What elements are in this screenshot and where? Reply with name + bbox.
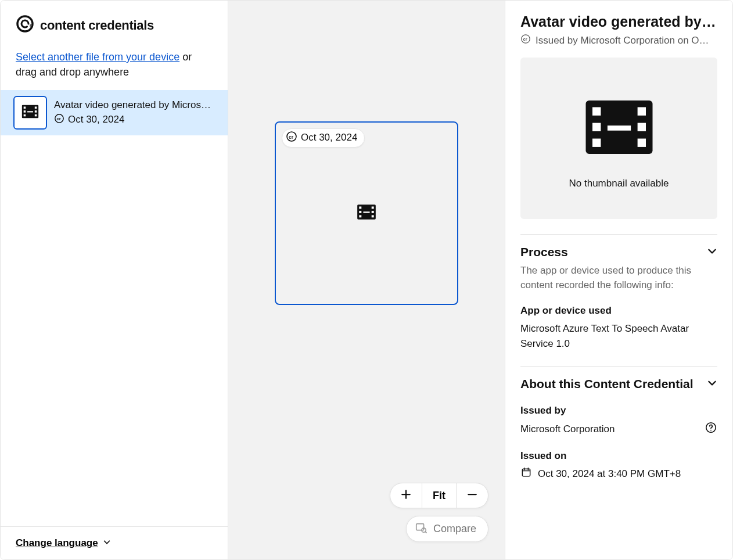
film-icon (20, 102, 40, 124)
zoom-controls: Fit (390, 483, 488, 508)
svg-rect-27 (592, 107, 601, 116)
brand-label: content credentials (40, 18, 154, 33)
issued-on-label: Issued on (520, 450, 717, 462)
svg-text:cr: cr (289, 134, 294, 139)
svg-rect-20 (372, 215, 374, 217)
issuer-line: cr Issued by Microsoft Corporation on O… (520, 34, 717, 47)
issued-by-row: Microsoft Corporation (520, 421, 717, 436)
issuer-text: Issued by Microsoft Corporation on O… (536, 35, 709, 46)
divider (520, 366, 717, 367)
calendar-icon (520, 466, 532, 481)
issued-by-value: Microsoft Corporation (520, 422, 615, 437)
chevron-down-icon (707, 378, 717, 390)
about-section-header[interactable]: About this Content Credential (520, 377, 717, 391)
plus-icon (401, 489, 411, 502)
chevron-down-icon (103, 537, 111, 549)
file-title: Avatar video generated by Micros… (54, 99, 211, 111)
issued-on-value: Oct 30, 2024 at 3:40 PM GMT+8 (538, 468, 681, 480)
svg-point-35 (710, 430, 712, 431)
chevron-down-icon (707, 246, 717, 259)
compare-icon (415, 521, 427, 537)
details-title: Avatar video generated by Micr… (520, 13, 717, 30)
zoom-fit-button[interactable]: Fit (422, 483, 456, 508)
compare-button[interactable]: Compare (406, 516, 488, 542)
issued-on-row: Oct 30, 2024 at 3:40 PM GMT+8 (520, 466, 717, 481)
svg-rect-7 (35, 110, 37, 113)
film-icon (579, 87, 659, 170)
divider (520, 234, 717, 235)
file-meta: Avatar video generated by Micros… cr Oct… (54, 99, 211, 127)
svg-rect-21 (363, 211, 369, 213)
svg-rect-22 (416, 524, 424, 530)
svg-rect-5 (24, 114, 26, 117)
help-icon[interactable] (705, 421, 717, 436)
brand: r content credentials (16, 15, 213, 37)
canvas-content[interactable]: cr Oct 30, 2024 (275, 121, 458, 305)
svg-rect-6 (35, 107, 37, 109)
svg-rect-36 (522, 469, 530, 476)
zoom-in-button[interactable] (390, 483, 422, 508)
svg-rect-9 (27, 111, 33, 112)
svg-text:cr: cr (523, 37, 527, 42)
svg-rect-33 (607, 125, 630, 131)
svg-rect-19 (372, 210, 374, 213)
svg-text:cr: cr (57, 116, 61, 121)
cr-badge-icon: cr (54, 113, 64, 127)
sidebar-header: r content credentials Select another fil… (1, 1, 228, 90)
thumbnail-box: No thumbnail available (520, 58, 717, 219)
zoom-fit-label: Fit (433, 490, 445, 502)
svg-rect-8 (35, 114, 37, 117)
change-language-button[interactable]: Change language (16, 537, 111, 549)
minus-icon (467, 489, 477, 502)
svg-rect-18 (372, 206, 374, 209)
process-section-header[interactable]: Process (520, 245, 717, 259)
process-header: Process (520, 245, 568, 259)
about-header: About this Content Credential (520, 377, 694, 391)
file-list: Avatar video generated by Micros… cr Oct… (1, 90, 228, 526)
file-subtitle: cr Oct 30, 2024 (54, 113, 211, 127)
canvas-badge-date: Oct 30, 2024 (301, 132, 357, 143)
svg-rect-3 (24, 107, 26, 109)
svg-text:r: r (30, 23, 31, 28)
file-date: Oct 30, 2024 (68, 114, 124, 125)
change-language-label: Change language (16, 537, 98, 549)
svg-rect-29 (592, 139, 601, 147)
no-thumbnail-label: No thumbnail available (569, 178, 669, 189)
cr-badge-icon: cr (520, 34, 531, 47)
app-root: r content credentials Select another fil… (0, 0, 733, 560)
film-icon (355, 201, 378, 225)
zoom-out-button[interactable] (457, 483, 488, 508)
issued-by-label: Issued by (520, 405, 717, 417)
svg-rect-15 (359, 206, 361, 209)
svg-rect-28 (592, 123, 601, 131)
svg-rect-31 (637, 123, 645, 131)
canvas-cr-badge[interactable]: cr Oct 30, 2024 (282, 128, 365, 148)
select-file-link[interactable]: Select another file from your device (16, 51, 179, 63)
sidebar: r content credentials Select another fil… (1, 1, 228, 559)
app-used-value: Microsoft Azure Text To Speech Avatar Se… (520, 321, 717, 351)
canvas[interactable]: cr Oct 30, 2024 Fit (228, 1, 505, 559)
file-thumbnail (13, 96, 47, 130)
brand-icon: r (16, 15, 34, 37)
svg-rect-32 (637, 139, 645, 147)
compare-label: Compare (433, 523, 476, 535)
svg-rect-4 (24, 110, 26, 113)
svg-rect-17 (359, 215, 361, 217)
details-panel: Avatar video generated by Micr… cr Issue… (505, 1, 732, 559)
app-used-label: App or device used (520, 305, 717, 317)
svg-rect-16 (359, 210, 361, 213)
process-desc: The app or device used to produce this c… (520, 264, 717, 292)
sidebar-footer: Change language (1, 526, 228, 559)
file-instructions: Select another file from your device or … (16, 49, 213, 80)
file-item[interactable]: Avatar video generated by Micros… cr Oct… (1, 90, 228, 135)
svg-rect-30 (637, 107, 645, 116)
cr-badge-icon: cr (286, 131, 297, 145)
